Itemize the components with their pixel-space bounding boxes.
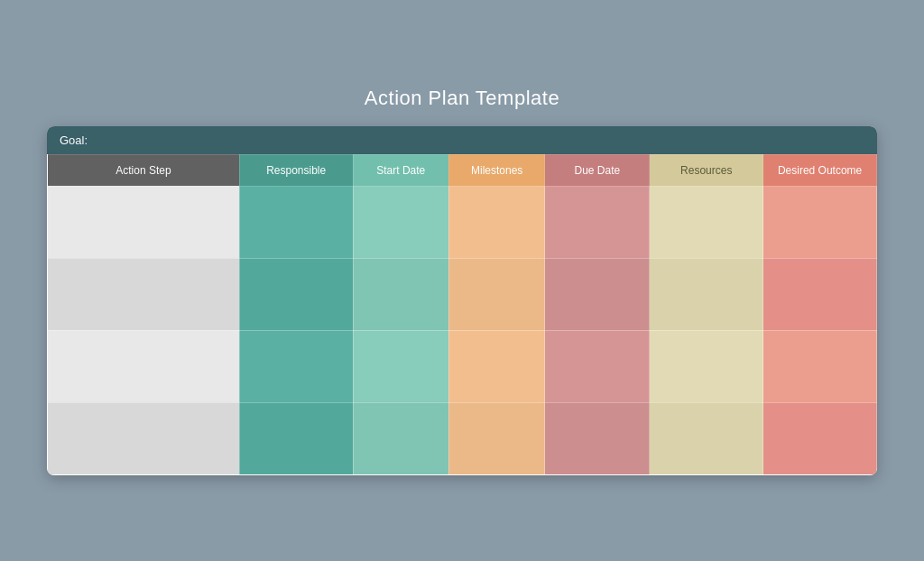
cell-start-0[interactable] [353, 186, 448, 258]
cell-mile-0[interactable] [448, 186, 544, 258]
cell-mile-1[interactable] [448, 258, 544, 330]
cell-start-1[interactable] [353, 258, 448, 330]
col-header-resp: Responsible [239, 154, 353, 186]
col-header-start: Start Date [353, 154, 448, 186]
cell-desired-3[interactable] [763, 402, 877, 474]
cell-action-0[interactable] [48, 186, 240, 258]
cell-desired-2[interactable] [763, 330, 877, 402]
col-header-due: Due Date [545, 154, 650, 186]
cell-res-3[interactable] [650, 402, 763, 474]
cell-res-2[interactable] [650, 330, 763, 402]
cell-desired-1[interactable] [763, 258, 877, 330]
cell-desired-0[interactable] [763, 186, 877, 258]
table-row [48, 402, 877, 474]
cell-resp-1[interactable] [239, 258, 353, 330]
cell-mile-3[interactable] [448, 402, 544, 474]
table-row [48, 186, 877, 258]
action-plan-table: Goal: Action StepResponsibleStart DateMi… [47, 126, 877, 475]
cell-action-2[interactable] [48, 330, 240, 402]
table-row [48, 258, 877, 330]
cell-action-3[interactable] [48, 402, 240, 474]
cell-resp-2[interactable] [239, 330, 353, 402]
col-header-desired: Desired Outcome [763, 154, 877, 186]
col-header-res: Resources [650, 154, 763, 186]
cell-resp-3[interactable] [239, 402, 353, 474]
cell-due-2[interactable] [545, 330, 650, 402]
cell-mile-2[interactable] [448, 330, 544, 402]
cell-resp-0[interactable] [239, 186, 353, 258]
col-header-mile: Milestones [448, 154, 544, 186]
cell-res-1[interactable] [650, 258, 763, 330]
table-row [48, 330, 877, 402]
cell-due-1[interactable] [545, 258, 650, 330]
cell-due-3[interactable] [545, 402, 650, 474]
col-header-action: Action Step [48, 154, 240, 186]
cell-res-0[interactable] [650, 186, 763, 258]
goal-bar: Goal: [47, 126, 877, 154]
cell-start-2[interactable] [353, 330, 448, 402]
cell-start-3[interactable] [353, 402, 448, 474]
cell-action-1[interactable] [48, 258, 240, 330]
cell-due-0[interactable] [545, 186, 650, 258]
goal-label: Goal: [60, 133, 88, 147]
page-title: Action Plan Template [365, 87, 559, 110]
plan-table: Action StepResponsibleStart DateMileston… [47, 154, 877, 475]
